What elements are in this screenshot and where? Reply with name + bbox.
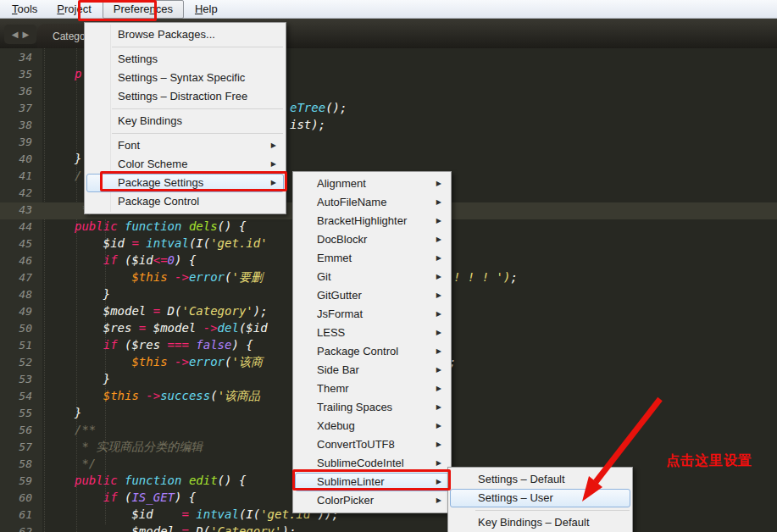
menu-item-label: ConvertToUTF8 [296, 436, 448, 453]
submenu-arrow-icon: ▶ [436, 287, 441, 304]
menu-separator [475, 510, 630, 511]
menu-item-label: Font [87, 137, 283, 154]
menu-item-less[interactable]: LESS▶ [295, 324, 449, 342]
menu-item-label: Xdebug [296, 418, 448, 435]
menu-item-settings-distraction-free[interactable]: Settings – Distraction Free [86, 87, 284, 106]
line-number: 36 [0, 85, 32, 97]
submenu-arrow-icon: ▶ [436, 418, 441, 435]
package-settings-submenu: Alignment▶AutoFileName▶BracketHighlighte… [292, 171, 452, 513]
submenu-arrow-icon: ▶ [436, 436, 441, 453]
menu-item-label: Key Bindings – Default [451, 514, 630, 531]
menu-item-converttoutf8[interactable]: ConvertToUTF8▶ [295, 435, 449, 454]
submenu-arrow-icon: ▶ [436, 343, 441, 360]
annotation-box-sublimelinter [292, 469, 451, 490]
tab-nav-arrows[interactable]: ◀ ▶ [4, 25, 36, 44]
menu-item-browse-packages[interactable]: Browse Packages... [86, 25, 284, 44]
line-number: 41 [0, 169, 32, 182]
line-number: 46 [0, 254, 32, 267]
submenu-arrow-icon: ▶ [436, 213, 441, 230]
menu-item-settings[interactable]: Settings [86, 50, 284, 69]
submenu-arrow-icon: ▶ [436, 250, 441, 267]
submenu-arrow-icon: ▶ [436, 492, 441, 509]
menu-item-label: Themr [296, 380, 448, 397]
line-number: 62 [0, 525, 32, 532]
line-number: 51 [0, 339, 32, 352]
menu-item-label: AutoFileName [296, 194, 448, 211]
line-number: 42 [0, 186, 32, 199]
line-number: 55 [0, 407, 32, 419]
sublimelinter-submenu: Settings – DefaultSettings – UserKey Bin… [447, 467, 633, 532]
menu-item-gitgutter[interactable]: GitGutter▶ [295, 286, 449, 305]
menu-separator [112, 108, 283, 109]
line-number: 56 [0, 424, 32, 436]
menu-item-side-bar[interactable]: Side Bar▶ [295, 361, 449, 380]
menubar-item-tools[interactable]: Tools [3, 1, 46, 18]
line-number: 52 [0, 356, 32, 369]
tab-nav-right-icon[interactable]: ▶ [23, 30, 30, 39]
menu-item-settings-syntax-specific[interactable]: Settings – Syntax Specific [86, 69, 284, 87]
menu-item-font[interactable]: Font▶ [86, 136, 284, 155]
menu-item-jsformat[interactable]: JsFormat▶ [295, 305, 449, 324]
menu-item-label: DocBlockr [296, 231, 448, 248]
menu-item-emmet[interactable]: Emmet▶ [295, 249, 449, 268]
line-number: 43 [0, 203, 32, 216]
menu-item-settings-default[interactable]: Settings – Default [450, 470, 630, 489]
menu-item-git[interactable]: Git▶ [295, 268, 449, 286]
line-number: 58 [0, 457, 32, 470]
menu-item-key-bindings-default[interactable]: Key Bindings – Default [450, 513, 630, 532]
menu-item-label: Settings – User [451, 490, 630, 507]
menu-item-label: Trailing Spaces [296, 399, 448, 416]
submenu-arrow-icon: ▶ [436, 306, 441, 323]
menu-item-label: Emmet [296, 250, 448, 267]
menu-item-label: Package Control [87, 193, 283, 210]
menu-item-package-control[interactable]: Package Control▶ [295, 342, 449, 361]
line-number: 34 [0, 51, 32, 64]
line-number: 53 [0, 373, 32, 385]
menu-item-colorpicker[interactable]: ColorPicker▶ [295, 491, 449, 510]
annotation-box-package-settings [100, 171, 287, 191]
menu-item-label: Key Bindings [87, 113, 283, 130]
menu-item-key-bindings[interactable]: Key Bindings [86, 112, 284, 130]
menu-item-package-control[interactable]: Package Control [86, 192, 284, 211]
submenu-arrow-icon: ▶ [436, 324, 441, 341]
menu-separator [112, 133, 283, 134]
line-number: 61 [0, 508, 32, 521]
annotation-box-preferences [78, 0, 157, 21]
submenu-arrow-icon: ▶ [436, 362, 441, 379]
menu-item-trailing-spaces[interactable]: Trailing Spaces▶ [295, 398, 449, 417]
submenu-arrow-icon: ▶ [436, 399, 441, 416]
menu-item-xdebug[interactable]: Xdebug▶ [295, 417, 449, 435]
menu-item-autofilename[interactable]: AutoFileName▶ [295, 193, 449, 212]
menu-item-label: GitGutter [296, 287, 448, 304]
submenu-arrow-icon: ▶ [436, 175, 441, 192]
submenu-arrow-icon: ▶ [271, 137, 276, 154]
menubar-item-help[interactable]: Help [186, 1, 226, 18]
menu-item-label: Settings [87, 51, 283, 68]
menu-item-label: ColorPicker [296, 492, 448, 509]
menu-item-label: Package Control [296, 343, 448, 360]
menu-item-docblockr[interactable]: DocBlockr▶ [295, 230, 449, 249]
menu-item-label: Git [296, 269, 448, 285]
menu-item-label: Side Bar [296, 362, 448, 379]
menu-item-label: Color Scheme [87, 156, 283, 173]
line-number: 40 [0, 152, 32, 165]
annotation-tip-text: 点击这里设置 [666, 452, 752, 470]
menu-item-alignment[interactable]: Alignment▶ [295, 175, 449, 193]
menu-item-label: LESS [296, 324, 448, 341]
menu-item-label: Alignment [296, 175, 448, 192]
line-number: 48 [0, 288, 32, 301]
line-number: 57 [0, 441, 32, 453]
line-number: 47 [0, 271, 32, 284]
tab-nav-left-icon[interactable]: ◀ [12, 30, 19, 39]
line-number: 39 [0, 136, 32, 148]
submenu-arrow-icon: ▶ [271, 156, 276, 173]
menu-item-themr[interactable]: Themr▶ [295, 380, 449, 398]
menu-item-brackethighlighter[interactable]: BracketHighlighter▶ [295, 212, 449, 230]
line-number: 38 [0, 119, 32, 131]
code-line-62: 62 $model = D('Category'); [0, 524, 777, 532]
menu-item-settings-user[interactable]: Settings – User [450, 489, 630, 507]
menu-item-label: Settings – Syntax Specific [87, 69, 283, 86]
line-number: 45 [0, 237, 32, 250]
submenu-arrow-icon: ▶ [436, 380, 441, 397]
line-number: 54 [0, 390, 32, 402]
